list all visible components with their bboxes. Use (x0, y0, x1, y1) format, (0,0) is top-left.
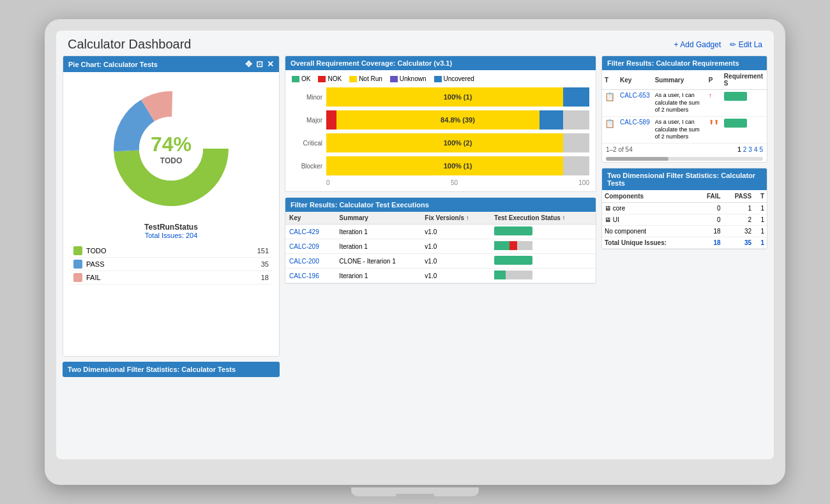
req-panel: Filter Results: Calculator Requirements … (601, 56, 767, 163)
uncovered-color (434, 76, 442, 82)
table-row: 🖥 core 0 1 1 (602, 203, 767, 214)
req-col-summary: Summary (653, 70, 706, 90)
legend-section: TestRunStatus Total Issues: 204 TODO 151 (70, 223, 273, 285)
notrun-label: Not Run (359, 75, 382, 82)
req-col-key: Key (617, 70, 653, 90)
legend-ok: OK (292, 75, 310, 82)
req-type-icon: 📋 (602, 117, 617, 144)
bottom-label-panel: Two Dimensional Filter Statistics: Calcu… (63, 362, 280, 377)
stats-total-row: Total Unique Issues: 18 35 1 (602, 237, 767, 249)
donut-center: 74% TODO (151, 133, 192, 165)
list-item: PASS 35 (70, 258, 273, 271)
req-summary: As a user, I can calculate the sum of 2 … (653, 90, 706, 117)
row-summary: Iterarion 1 (335, 269, 421, 283)
row-status (490, 225, 596, 239)
scrollbar-thumb (606, 157, 668, 161)
critical-label: Critical (292, 140, 322, 147)
minor-label: Minor (292, 94, 322, 101)
stats-col-total: T (754, 190, 767, 203)
critical-track: 100% (2) (326, 133, 589, 152)
pass-count: 35 (261, 260, 269, 268)
stats-col-components: Components (602, 190, 697, 203)
expand-icon[interactable]: ⊡ (256, 59, 263, 69)
critical-gray (563, 133, 589, 152)
mixed-green (494, 241, 509, 250)
pass-label: PASS (86, 260, 105, 268)
req-key: CALC-589 (617, 117, 653, 144)
row-key: CALC-200 (285, 254, 335, 269)
mixed2-green (494, 271, 506, 279)
total-core: 1 (754, 203, 767, 214)
legend-notrun: Not Run (349, 75, 382, 82)
minor-track: 100% (1) (326, 87, 589, 107)
laptop-notch (396, 494, 434, 499)
bar-row-minor: Minor 100% (1) (292, 87, 589, 107)
req-priority: ⬆⬆ (706, 117, 721, 144)
move-icon[interactable]: ✥ (245, 59, 252, 69)
col-status: Test Execution Status ↑ (490, 212, 596, 225)
page-1[interactable]: 1 (737, 146, 741, 153)
page-3[interactable]: 3 (748, 146, 752, 153)
pagination-range: 1–2 of 54 (606, 146, 633, 153)
fail-none: 18 (697, 226, 723, 237)
row-status (490, 269, 596, 283)
minor-blue (563, 87, 589, 107)
total-label: Total Unique Issues: (602, 237, 697, 249)
close-icon[interactable]: ✕ (267, 59, 274, 69)
page-4[interactable]: 4 (754, 146, 758, 153)
major-text: 84.8% (39) (441, 116, 475, 124)
pass-color (73, 260, 82, 269)
critical-text: 100% (2) (444, 139, 472, 147)
left-column: Pie Chart: Calculator Tests ✥ ⊡ ✕ (63, 56, 280, 377)
row-fix: v1.0 (421, 254, 490, 269)
page-5[interactable]: 5 (759, 146, 763, 153)
pagination-links[interactable]: 1 2 3 4 5 (737, 146, 763, 153)
fail-ui: 0 (697, 214, 723, 226)
laptop-frame: Calculator Dashboard + Add Gadget ✏ Edit… (45, 19, 785, 485)
table-row: CALC-209 Iteration 1 v1.0 (285, 239, 596, 254)
major-gray (563, 110, 589, 130)
add-gadget-button[interactable]: + Add Gadget (674, 40, 721, 49)
req-priority: ↑ (706, 90, 721, 117)
req-panel-header: Filter Results: Calculator Requirements (602, 56, 767, 70)
req-col-t: T (602, 70, 617, 90)
pass-ui: 2 (723, 214, 755, 226)
blocker-gray (563, 156, 589, 175)
mixed-gray (517, 241, 532, 250)
status-bar-mixed (494, 241, 532, 250)
pie-panel-title: Pie Chart: Calculator Tests (68, 61, 158, 68)
bar-axis: 0 50 100 (292, 179, 589, 186)
table-row: 📋 CALC-589 As a user, I can calculate th… (602, 117, 767, 144)
edit-layout-button[interactable]: ✏ Edit La (730, 40, 762, 49)
row-fix: v1.0 (421, 225, 490, 239)
minor-text: 100% (1) (444, 93, 472, 101)
nok-color (318, 76, 326, 82)
legend-uncovered: Uncovered (434, 75, 474, 82)
bar-panel-title: Overall Requirement Coverage: Calculator… (290, 59, 452, 67)
legend-title: TestRunStatus (70, 223, 273, 232)
pie-content: 74% TODO TestRunStatus Total Issues: 204… (63, 72, 279, 291)
legend-nok: NOK (318, 75, 342, 82)
req-status (721, 117, 767, 144)
req-green-bar (724, 92, 747, 101)
stats-panel-header: Two Dimensional Filter Statistics: Calcu… (602, 168, 767, 190)
stats-col-pass: PASS (723, 190, 755, 203)
exec-scroll-area[interactable]: Key Summary Fix Version/s ↑ Test Executi… (285, 212, 596, 283)
table-row: 📋 CALC-653 As a user, I can calculate th… (602, 90, 767, 117)
fail-core: 0 (697, 203, 723, 214)
major-label: Major (292, 117, 322, 124)
axis-100: 100 (578, 179, 589, 186)
page-2[interactable]: 2 (743, 146, 747, 153)
exec-results-panel: Filter Results: Calculator Test Executio… (285, 197, 596, 284)
laptop-bottom (351, 487, 479, 496)
stats-panel-title: Two Dimensional Filter Statistics: Calcu… (607, 172, 762, 187)
major-yellow (336, 110, 539, 130)
blocker-track: 100% (1) (326, 156, 589, 175)
bar-row-blocker: Blocker 100% (1) (292, 156, 589, 175)
blocker-label: Blocker (292, 163, 322, 170)
pass-none: 32 (723, 226, 755, 237)
exec-panel-title: Filter Results: Calculator Test Executio… (290, 201, 429, 209)
todo-count: 151 (257, 247, 269, 255)
req-col-status: Requirement S (721, 70, 767, 90)
total-pass: 35 (723, 237, 755, 249)
